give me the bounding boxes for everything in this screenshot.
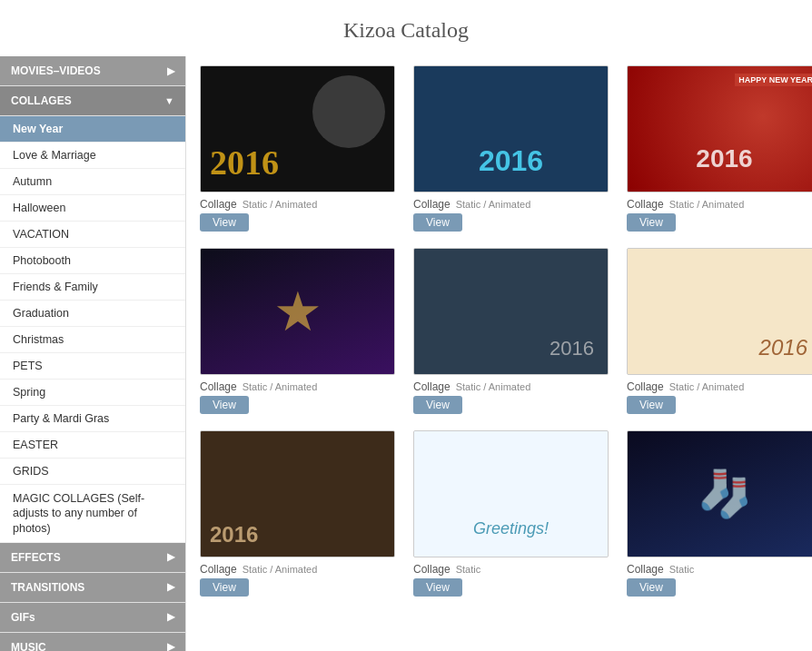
card-image-5	[413, 248, 609, 375]
sidebar-item-magic-collages[interactable]: MAGIC COLLAGES (Self-adjusts to any numb…	[0, 485, 185, 543]
card-image-7	[200, 430, 395, 557]
sidebar-item-party-mardi-gras[interactable]: Party & Mardi Gras	[0, 406, 185, 432]
card-image-6	[627, 248, 812, 375]
card-image-4	[200, 248, 395, 375]
sidebar-item-vacation-label: VACATION	[13, 228, 69, 241]
card-label-3: Collage	[627, 198, 664, 211]
sidebar-item-magic-collages-label: MAGIC COLLAGES (Self-adjusts to any numb…	[13, 491, 173, 536]
view-button-9[interactable]: View	[627, 578, 676, 597]
card-3: CollageStatic / AnimatedView	[627, 65, 812, 232]
sidebar-item-pets[interactable]: PETS	[0, 353, 185, 380]
sidebar-item-new-year-label: New Year	[13, 123, 63, 135]
sidebar-item-graduation[interactable]: Graduation	[0, 301, 185, 327]
sidebar-item-autumn-label: Autumn	[13, 175, 52, 188]
chevron-right-icon-effects: ▶	[167, 551, 174, 563]
card-type-4: Static / Animated	[243, 381, 318, 392]
card-type-1: Static / Animated	[243, 199, 318, 210]
card-7: CollageStatic / AnimatedView	[200, 430, 395, 597]
card-label-9: Collage	[627, 563, 664, 576]
sidebar-item-easter-label: EASTER	[13, 439, 58, 451]
card-image-1	[200, 65, 395, 192]
card-label-2: Collage	[413, 198, 451, 211]
sidebar-item-easter[interactable]: EASTER	[0, 432, 185, 459]
sidebar-item-christmas-label: Christmas	[13, 333, 64, 346]
view-button-5[interactable]: View	[413, 396, 462, 414]
chevron-right-icon-music: ▶	[167, 641, 174, 651]
card-4: CollageStatic / AnimatedView	[200, 248, 395, 414]
sidebar-item-spring-label: Spring	[13, 386, 45, 399]
card-label-4: Collage	[200, 380, 237, 393]
card-6: CollageStatic / AnimatedView	[627, 248, 812, 414]
card-type-2: Static / Animated	[456, 199, 531, 210]
sidebar-item-christmas[interactable]: Christmas	[0, 327, 185, 353]
sidebar-item-pets-label: PETS	[13, 360, 43, 372]
sidebar-item-photobooth[interactable]: Photobooth	[0, 248, 185, 274]
view-button-2[interactable]: View	[413, 213, 462, 232]
sidebar-item-movies-videos-label: MOVIES–VIDEOS	[11, 64, 101, 77]
sidebar-item-gifs-label: GIFs	[11, 611, 35, 624]
sidebar-item-grids[interactable]: GRIDS	[0, 459, 185, 485]
sidebar-item-friends-family-label: Friends & Family	[13, 281, 98, 293]
view-button-8[interactable]: View	[413, 578, 462, 597]
sidebar-item-effects[interactable]: EFFECTS ▶	[0, 543, 185, 573]
card-9: CollageStaticView	[627, 430, 812, 597]
card-8: CollageStaticView	[413, 430, 609, 597]
card-image-2	[413, 65, 609, 192]
card-type-8: Static	[456, 564, 481, 575]
card-image-3	[627, 65, 812, 192]
view-button-6[interactable]: View	[627, 396, 676, 414]
view-button-4[interactable]: View	[200, 396, 249, 414]
sidebar-item-autumn[interactable]: Autumn	[0, 169, 185, 195]
sidebar: MOVIES–VIDEOS ▶ COLLAGES ▼ New Year Love…	[0, 56, 186, 651]
sidebar-item-photobooth-label: Photobooth	[13, 254, 71, 267]
sidebar-item-music-label: MUSIC	[11, 641, 46, 651]
sidebar-item-gifs[interactable]: GIFs ▶	[0, 603, 185, 633]
main-content: CollageStatic / AnimatedViewCollageStati…	[186, 56, 812, 651]
sidebar-item-halloween[interactable]: Halloween	[0, 195, 185, 222]
sidebar-item-love-marriage-label: Love & Marriage	[13, 149, 96, 162]
card-1: CollageStatic / AnimatedView	[200, 65, 395, 232]
sidebar-item-party-mardi-gras-label: Party & Mardi Gras	[13, 412, 109, 425]
card-label-8: Collage	[413, 563, 451, 576]
sidebar-item-music[interactable]: MUSIC ▶	[0, 633, 185, 651]
card-type-3: Static / Animated	[669, 199, 745, 210]
card-label-6: Collage	[627, 380, 664, 393]
card-5: CollageStatic / AnimatedView	[413, 248, 609, 414]
sidebar-item-vacation[interactable]: VACATION	[0, 222, 185, 248]
chevron-right-icon-gifs: ▶	[167, 611, 174, 623]
card-label-5: Collage	[413, 380, 451, 393]
card-image-8	[413, 430, 609, 557]
sidebar-item-movies-videos[interactable]: MOVIES–VIDEOS ▶	[0, 56, 185, 86]
sidebar-item-transitions[interactable]: TRANSITIONS ▶	[0, 573, 185, 603]
sidebar-item-collages-label: COLLAGES	[11, 94, 72, 107]
chevron-down-icon: ▼	[164, 95, 174, 106]
card-image-9	[627, 430, 812, 557]
collage-grid: CollageStatic / AnimatedViewCollageStati…	[200, 65, 812, 597]
card-type-6: Static / Animated	[669, 381, 745, 392]
sidebar-item-halloween-label: Halloween	[13, 202, 65, 214]
view-button-7[interactable]: View	[200, 578, 249, 597]
card-label-1: Collage	[200, 198, 237, 211]
sidebar-item-new-year[interactable]: New Year	[0, 116, 185, 143]
sidebar-item-graduation-label: Graduation	[13, 307, 69, 320]
sidebar-item-transitions-label: TRANSITIONS	[11, 581, 84, 594]
sidebar-item-grids-label: GRIDS	[13, 465, 49, 478]
card-type-9: Static	[669, 564, 695, 575]
sidebar-item-friends-family[interactable]: Friends & Family	[0, 274, 185, 301]
page-title: Kizoa Catalog	[0, 0, 812, 56]
card-type-5: Static / Animated	[456, 381, 531, 392]
card-label-7: Collage	[200, 563, 237, 576]
chevron-right-icon-transitions: ▶	[167, 581, 174, 593]
view-button-3[interactable]: View	[627, 213, 676, 232]
view-button-1[interactable]: View	[200, 213, 249, 232]
sidebar-item-effects-label: EFFECTS	[11, 551, 61, 564]
card-2: CollageStatic / AnimatedView	[413, 65, 609, 232]
chevron-right-icon: ▶	[167, 65, 174, 77]
sidebar-item-collages[interactable]: COLLAGES ▼	[0, 86, 185, 116]
card-type-7: Static / Animated	[243, 564, 318, 575]
sidebar-item-spring[interactable]: Spring	[0, 380, 185, 406]
sidebar-item-love-marriage[interactable]: Love & Marriage	[0, 143, 185, 169]
